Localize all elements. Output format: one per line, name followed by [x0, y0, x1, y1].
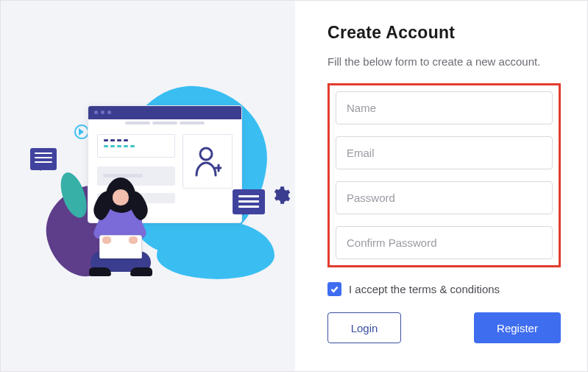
browser-titlebar: [88, 106, 241, 119]
signup-form: [336, 91, 553, 259]
person-with-laptop: [80, 178, 161, 281]
illustration-panel: [1, 1, 295, 371]
svg-point-0: [200, 148, 212, 160]
name-field[interactable]: [336, 91, 553, 124]
check-icon: [330, 284, 339, 294]
email-field[interactable]: [336, 136, 553, 169]
terms-row: I accept the terms & conditions: [327, 282, 561, 296]
password-field[interactable]: [336, 181, 553, 214]
highlighted-fields-outline: [327, 83, 561, 267]
terms-checkbox[interactable]: [327, 282, 341, 296]
signup-illustration: [30, 91, 266, 282]
add-user-icon: [183, 134, 233, 189]
login-button[interactable]: Login: [327, 312, 401, 343]
button-row: Login Register: [327, 312, 561, 343]
confirm-password-field[interactable]: [336, 226, 553, 259]
gear-icon: [270, 185, 291, 206]
page-subtitle: Fill the below form to create a new acco…: [327, 53, 548, 70]
page-title: Create Account: [327, 23, 561, 43]
app-window: Create Account Fill the below form to cr…: [0, 0, 588, 372]
chat-bubble-left-icon: [30, 148, 57, 170]
terms-label: I accept the terms & conditions: [349, 283, 500, 295]
form-panel: Create Account Fill the below form to cr…: [295, 1, 587, 371]
chat-bubble-right-icon: [233, 189, 265, 214]
register-button[interactable]: Register: [474, 312, 561, 343]
play-icon: [74, 124, 89, 139]
